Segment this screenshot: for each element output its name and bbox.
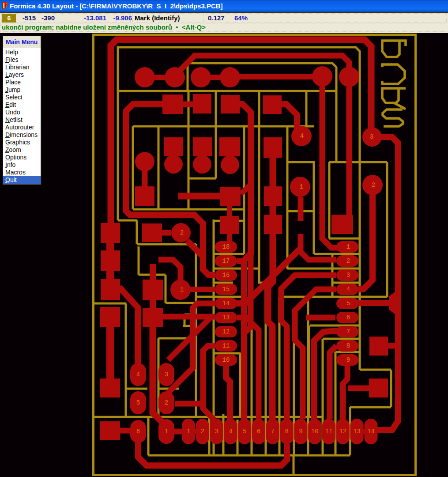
- svg-text:1: 1: [187, 428, 190, 435]
- svg-text:11: 11: [325, 428, 333, 435]
- svg-text:9: 9: [346, 356, 350, 363]
- svg-text:14: 14: [222, 300, 230, 307]
- svg-text:4: 4: [136, 371, 140, 378]
- svg-text:9: 9: [299, 428, 302, 435]
- svg-text:5: 5: [346, 300, 350, 307]
- svg-text:18: 18: [222, 243, 230, 250]
- svg-text:13: 13: [353, 428, 361, 435]
- svg-text:3: 3: [215, 428, 218, 435]
- svg-text:2: 2: [201, 428, 204, 435]
- svg-text:12: 12: [222, 328, 230, 335]
- svg-text:13: 13: [222, 314, 230, 321]
- svg-text:3: 3: [346, 272, 350, 279]
- svg-text:1: 1: [180, 286, 184, 293]
- svg-text:1: 1: [346, 243, 350, 250]
- svg-text:8: 8: [285, 428, 288, 435]
- svg-text:11: 11: [222, 342, 230, 349]
- svg-text:2: 2: [372, 182, 375, 189]
- svg-text:4: 4: [229, 428, 232, 435]
- svg-text:6: 6: [136, 428, 140, 435]
- svg-text:10: 10: [311, 428, 319, 435]
- svg-text:14: 14: [367, 428, 375, 435]
- svg-text:16: 16: [222, 272, 230, 279]
- svg-text:2: 2: [180, 229, 184, 236]
- svg-text:12: 12: [339, 428, 346, 435]
- svg-text:1: 1: [165, 428, 168, 435]
- svg-text:2: 2: [346, 257, 350, 265]
- svg-text:4: 4: [300, 132, 304, 140]
- svg-text:3: 3: [370, 133, 373, 140]
- svg-text:15: 15: [222, 286, 230, 293]
- svg-text:8: 8: [346, 342, 350, 349]
- svg-text:5: 5: [136, 399, 140, 406]
- svg-text:4: 4: [346, 286, 350, 293]
- svg-text:6: 6: [346, 314, 350, 321]
- svg-text:2: 2: [165, 399, 168, 406]
- svg-text:3: 3: [165, 371, 168, 378]
- svg-text:7: 7: [271, 428, 275, 435]
- svg-text:7: 7: [346, 328, 350, 335]
- svg-text:17: 17: [222, 257, 230, 265]
- svg-text:1: 1: [300, 183, 303, 190]
- svg-text:6: 6: [257, 428, 260, 435]
- svg-text:10: 10: [222, 356, 230, 363]
- svg-text:5: 5: [243, 428, 246, 435]
